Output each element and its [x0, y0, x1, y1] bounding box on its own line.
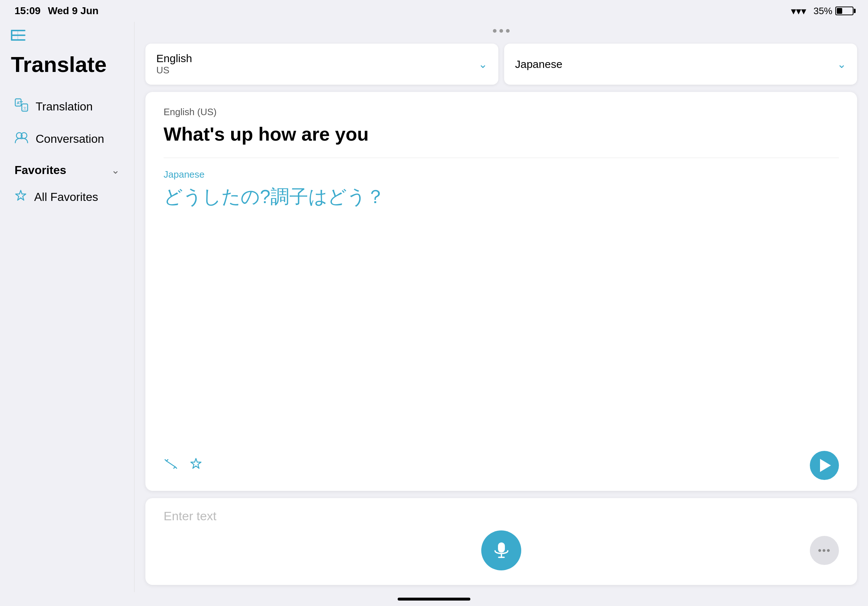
- sidebar-item-conversation[interactable]: Conversation: [11, 125, 123, 153]
- play-translation-button[interactable]: [810, 451, 839, 480]
- battery-container: 35%: [814, 5, 854, 17]
- status-time: 15:09: [14, 5, 41, 17]
- favorites-title: Favorites: [14, 164, 66, 177]
- sidebar-item-all-favorites[interactable]: All Favorites: [11, 183, 123, 211]
- app-title: Translate: [11, 52, 123, 77]
- target-lang-chevron-icon: ⌄: [837, 58, 846, 71]
- svg-rect-4: [17, 30, 18, 41]
- dot-1: [493, 29, 496, 33]
- target-text: どうしたの?調子はどう？: [164, 185, 839, 209]
- wifi-icon: ▾▾▾: [791, 5, 806, 17]
- svg-text:文: 文: [23, 107, 26, 110]
- target-lang-label: Japanese: [164, 169, 839, 180]
- target-lang-info: Japanese: [515, 58, 562, 71]
- card-actions: [164, 444, 839, 480]
- input-card: Enter text •••: [146, 498, 857, 585]
- sidebar-item-translation[interactable]: A 文 Translation: [11, 91, 123, 122]
- source-lang-region: US: [156, 65, 192, 76]
- top-dots-menu[interactable]: [146, 29, 857, 33]
- source-lang-label: English (US): [164, 107, 839, 118]
- sidebar-toggle-button[interactable]: [11, 29, 123, 45]
- microphone-button[interactable]: [481, 530, 521, 570]
- home-bar: [398, 598, 470, 601]
- sidebar: Translate A 文 Translation: [0, 22, 135, 592]
- favorite-icon[interactable]: [189, 457, 203, 474]
- star-icon: [14, 189, 27, 204]
- content-area: English US ⌄ Japanese ⌄ English (US) Wha…: [135, 22, 868, 592]
- more-dots-icon: •••: [818, 544, 831, 556]
- translation-section: Japanese どうしたの?調子はどう？: [164, 158, 839, 444]
- action-icons-left: [164, 457, 203, 475]
- source-lang-name: English: [156, 52, 192, 65]
- language-bar: English US ⌄ Japanese ⌄: [146, 43, 857, 85]
- favorites-chevron-icon: ⌄: [111, 164, 119, 176]
- svg-rect-11: [498, 543, 505, 553]
- source-language-selector[interactable]: English US ⌄: [146, 43, 498, 85]
- status-right: ▾▾▾ 35%: [791, 5, 854, 17]
- dot-3: [506, 29, 510, 33]
- all-favorites-label: All Favorites: [34, 190, 98, 204]
- conversation-icon: [14, 131, 28, 147]
- conversation-label: Conversation: [36, 132, 104, 146]
- text-input-placeholder[interactable]: Enter text: [164, 509, 839, 523]
- status-left: 15:09 Wed 9 Jun: [14, 5, 99, 17]
- input-bottom: •••: [164, 530, 839, 570]
- svg-rect-3: [11, 30, 12, 41]
- swap-icon[interactable]: [164, 457, 178, 475]
- svg-text:A: A: [17, 100, 20, 105]
- battery-icon: [835, 6, 854, 15]
- source-lang-chevron-icon: ⌄: [478, 58, 487, 71]
- translation-label: Translation: [36, 100, 93, 113]
- status-date: Wed 9 Jun: [48, 5, 99, 17]
- play-icon: [820, 459, 831, 472]
- dot-2: [499, 29, 503, 33]
- source-lang-info: English US: [156, 52, 192, 76]
- home-indicator: [0, 592, 868, 606]
- main-layout: Translate A 文 Translation: [0, 22, 868, 592]
- favorites-header[interactable]: Favorites ⌄: [11, 156, 123, 183]
- battery-percent: 35%: [814, 5, 832, 17]
- source-text: What's up how are you: [164, 122, 839, 147]
- target-lang-name: Japanese: [515, 58, 562, 71]
- source-section: English (US) What's up how are you: [164, 107, 839, 158]
- more-options-button[interactable]: •••: [810, 536, 839, 565]
- target-language-selector[interactable]: Japanese ⌄: [504, 43, 857, 85]
- battery-fill: [837, 8, 842, 14]
- translation-card: English (US) What's up how are you Japan…: [146, 92, 857, 491]
- status-bar: 15:09 Wed 9 Jun ▾▾▾ 35%: [0, 0, 868, 22]
- translation-icon: A 文: [14, 98, 28, 115]
